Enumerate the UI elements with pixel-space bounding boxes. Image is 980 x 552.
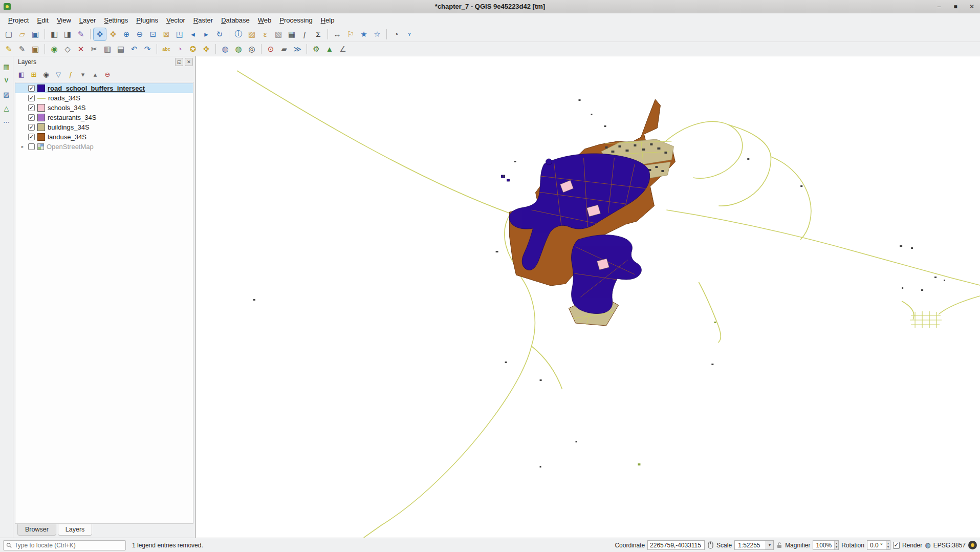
menu-item-vector[interactable]: Vector bbox=[162, 14, 189, 26]
menu-item-plugins[interactable]: Plugins bbox=[132, 14, 162, 26]
open-project-icon[interactable]: ▱ bbox=[16, 28, 28, 40]
layer-row-restaurants_34s[interactable]: ✓restaurants_34S bbox=[15, 113, 193, 122]
panel-tab-layers[interactable]: Layers bbox=[58, 524, 93, 536]
layer-row-road_school_buffers_intersect[interactable]: ✓road_school_buffers_intersect bbox=[15, 83, 193, 93]
panel-tab-browser[interactable]: Browser bbox=[17, 524, 56, 536]
layer-row-openstreetmap[interactable]: ▸OpenStreetMap bbox=[15, 142, 193, 152]
redo-icon[interactable]: ↷ bbox=[141, 43, 154, 55]
filter-legend-icon[interactable]: ▽ bbox=[53, 69, 64, 80]
locate-bar[interactable] bbox=[3, 540, 126, 550]
layer-row-schools_34s[interactable]: ✓schools_34S bbox=[15, 103, 193, 113]
geolocate-icon[interactable]: ◎ bbox=[246, 43, 258, 55]
select-features-icon[interactable]: ▨ bbox=[246, 28, 258, 40]
layer-checkbox[interactable]: ✓ bbox=[28, 85, 35, 92]
pan-map-icon[interactable]: ✥ bbox=[94, 28, 106, 40]
layer-checkbox[interactable]: ✓ bbox=[28, 114, 35, 121]
layer-checkbox[interactable]: ✓ bbox=[28, 104, 35, 111]
layer-checkbox[interactable]: ✓ bbox=[28, 124, 35, 131]
measure-area-icon[interactable]: ▰ bbox=[278, 43, 290, 55]
add-vector-layer-icon[interactable]: V bbox=[2, 75, 12, 86]
statistics-panel-icon[interactable]: Σ bbox=[312, 28, 324, 40]
menu-item-layer[interactable]: Layer bbox=[75, 14, 100, 26]
menu-item-database[interactable]: Database bbox=[217, 14, 254, 26]
move-label-icon[interactable]: ✥ bbox=[200, 43, 212, 55]
vertex-tool-icon[interactable]: ◇ bbox=[61, 43, 74, 55]
layer-expander-icon[interactable]: ▸ bbox=[19, 144, 26, 149]
zoom-to-layer-icon[interactable]: ◳ bbox=[173, 28, 186, 40]
open-attribute-table-icon[interactable]: ▦ bbox=[286, 28, 298, 40]
manage-map-themes-icon[interactable]: ◉ bbox=[40, 69, 52, 80]
undo-icon[interactable]: ↶ bbox=[128, 43, 140, 55]
save-layer-edits-icon[interactable]: ▣ bbox=[29, 43, 41, 55]
refresh-map-icon[interactable]: ↻ bbox=[213, 28, 226, 40]
show-bookmarks-icon[interactable]: ☆ bbox=[371, 28, 383, 40]
data-source-manager-icon[interactable]: ▦ bbox=[2, 61, 12, 72]
zoom-out-icon[interactable]: ⊖ bbox=[134, 28, 146, 40]
crs-icon[interactable]: ◍ bbox=[925, 541, 930, 549]
zoom-next-icon[interactable]: ▸ bbox=[200, 28, 212, 40]
save-project-icon[interactable]: ▣ bbox=[29, 28, 41, 40]
copy-features-icon[interactable]: ▥ bbox=[101, 43, 114, 55]
rotation-spin[interactable]: 0.0 ° ▴ ▾ bbox=[867, 540, 890, 550]
dock-panel-icon[interactable]: ◱ bbox=[175, 58, 183, 66]
slope-tool-icon[interactable]: ∠ bbox=[337, 43, 349, 55]
pan-to-selection-icon[interactable]: ✥ bbox=[107, 28, 119, 40]
filter-by-expression-icon[interactable]: ƒ bbox=[65, 69, 76, 80]
add-mesh-layer-icon[interactable]: △ bbox=[2, 103, 12, 113]
rotation-spin-arrows[interactable]: ▴ ▾ bbox=[886, 541, 890, 549]
menu-item-raster[interactable]: Raster bbox=[189, 14, 217, 26]
help-contents-icon[interactable]: ? bbox=[403, 28, 416, 40]
close-panel-icon[interactable]: ✕ bbox=[185, 58, 193, 66]
map-canvas[interactable] bbox=[195, 56, 980, 538]
zoom-to-selection-icon[interactable]: ⊠ bbox=[160, 28, 172, 40]
render-checkbox[interactable]: ✓ bbox=[893, 542, 900, 549]
mouse-position-icon[interactable] bbox=[707, 541, 714, 549]
open-layer-styling-icon[interactable]: ◧ bbox=[16, 69, 27, 80]
zoom-full-icon[interactable]: ⊡ bbox=[147, 28, 159, 40]
field-calculator-icon[interactable]: ƒ bbox=[299, 28, 311, 40]
layers-panel-header[interactable]: Layers ◱✕ bbox=[13, 56, 195, 68]
close-button[interactable]: ✕ bbox=[964, 0, 980, 13]
scale-combo[interactable]: 1:52255 ▾ bbox=[734, 540, 774, 550]
locate-input[interactable] bbox=[14, 542, 123, 549]
select-by-expression-icon[interactable]: ε bbox=[259, 28, 271, 40]
layer-row-buildings_34s[interactable]: ✓buildings_34S bbox=[15, 122, 193, 132]
snapping-toggle-icon[interactable]: ⊙ bbox=[265, 43, 277, 55]
style-manager-icon[interactable]: ✎ bbox=[75, 28, 87, 40]
menu-item-web[interactable]: Web bbox=[254, 14, 276, 26]
expand-all-icon[interactable]: ▾ bbox=[77, 69, 89, 80]
layer-row-landuse_34s[interactable]: ✓landuse_34S bbox=[15, 132, 193, 142]
web-services-icon[interactable]: ◍ bbox=[232, 43, 245, 55]
deselect-features-icon[interactable]: ▧ bbox=[272, 28, 285, 40]
magnifier-spin[interactable]: 100% ▴ ▾ bbox=[813, 540, 839, 550]
layer-checkbox[interactable] bbox=[28, 143, 35, 150]
menu-item-project[interactable]: Project bbox=[4, 14, 33, 26]
toggle-editing-icon[interactable]: ✎ bbox=[16, 43, 28, 55]
lock-scale-icon[interactable] bbox=[776, 542, 782, 549]
menu-item-view[interactable]: View bbox=[53, 14, 75, 26]
menu-item-settings[interactable]: Settings bbox=[100, 14, 132, 26]
add-group-icon[interactable]: ⊞ bbox=[28, 69, 39, 80]
coordinate-input[interactable] bbox=[647, 540, 705, 550]
add-feature-icon[interactable]: ◉ bbox=[48, 43, 60, 55]
measure-line-icon[interactable]: ↔ bbox=[331, 28, 343, 40]
messages-icon[interactable] bbox=[968, 541, 977, 549]
new-bookmark-icon[interactable]: ★ bbox=[358, 28, 370, 40]
title-bar[interactable]: *chapter_7 - QGIS 9e45223d42 [tm] – ■ ✕ bbox=[0, 0, 980, 13]
add-raster-layer-icon[interactable]: ▨ bbox=[2, 89, 12, 99]
maximize-button[interactable]: ■ bbox=[947, 0, 964, 13]
new-project-icon[interactable]: ▢ bbox=[3, 28, 15, 40]
layer-checkbox[interactable]: ✓ bbox=[28, 134, 35, 140]
crs-value[interactable]: EPSG:3857 bbox=[933, 542, 966, 549]
zoom-in-icon[interactable]: ⊕ bbox=[120, 28, 133, 40]
magnifier-spin-arrows[interactable]: ▴ ▾ bbox=[834, 541, 838, 549]
map-tips-icon[interactable]: ⚐ bbox=[344, 28, 357, 40]
layer-checkbox[interactable]: ✓ bbox=[28, 95, 35, 101]
temporal-controller-icon[interactable]: ◔ bbox=[390, 28, 402, 40]
metasearch-icon[interactable]: ◍ bbox=[219, 43, 231, 55]
layer-row-roads_34s[interactable]: ✓roads_34S bbox=[15, 93, 193, 103]
current-edits-icon[interactable]: ✎ bbox=[3, 43, 15, 55]
layer-labeling-icon[interactable]: abc bbox=[160, 43, 172, 55]
zoom-last-icon[interactable]: ◂ bbox=[187, 28, 199, 40]
menu-item-edit[interactable]: Edit bbox=[33, 14, 52, 26]
